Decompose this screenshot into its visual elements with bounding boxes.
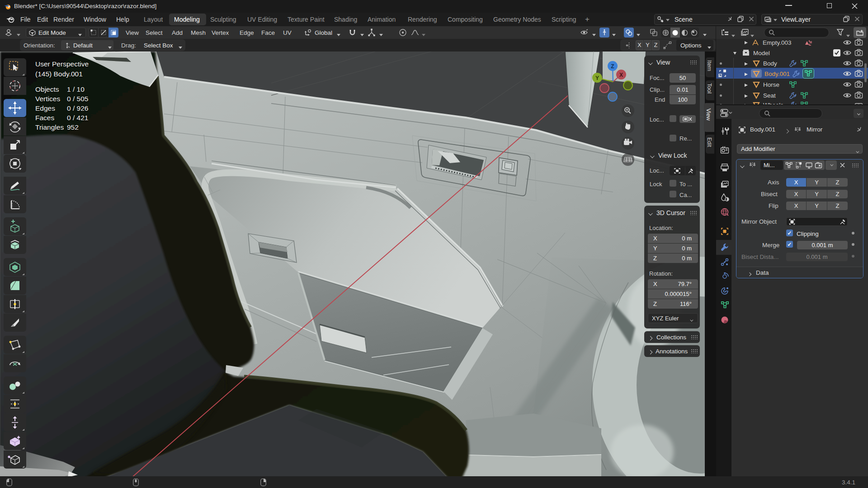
svg-text:Y: Y [595, 75, 599, 81]
svg-text:X: X [619, 72, 623, 78]
svg-text:Z: Z [611, 63, 614, 70]
